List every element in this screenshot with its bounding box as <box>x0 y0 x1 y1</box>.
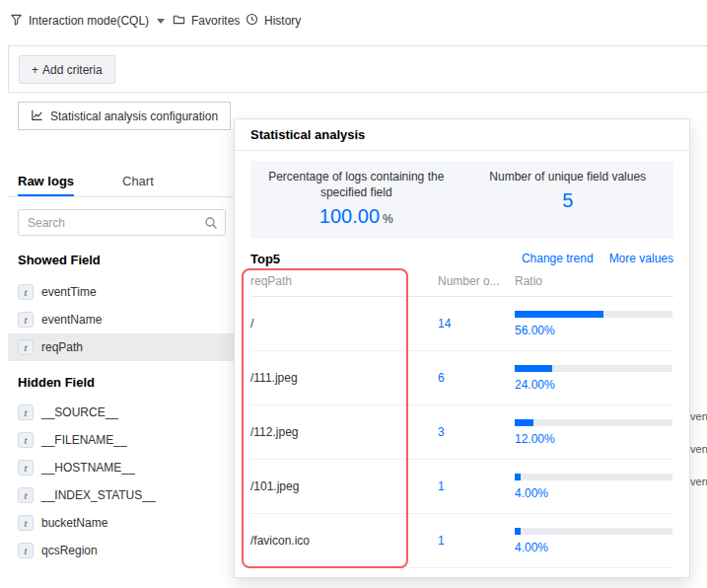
field-label: bucketName <box>41 516 107 530</box>
ratio-bar-track <box>515 528 672 535</box>
field-item-selected[interactable]: t reqPath <box>8 333 234 361</box>
row-count-link[interactable]: 1 <box>438 534 445 548</box>
ratio-bar-track <box>515 311 672 318</box>
stat-percentage-label: Percentage of logs containing the specif… <box>250 169 462 200</box>
ratio-bar-fill <box>515 419 533 426</box>
chevron-down-icon <box>157 19 165 24</box>
line-chart-icon <box>31 109 43 124</box>
table-row: /112.jpeg 3 12.00% <box>250 405 673 460</box>
field-label: eventTime <box>41 285 97 299</box>
ratio-bar-track <box>515 419 672 426</box>
field-label: reqPath <box>41 340 83 354</box>
add-criteria-button[interactable]: + Add criteria <box>19 55 115 84</box>
row-path: / <box>250 317 438 331</box>
change-trend-link[interactable]: Change trend <box>522 252 594 265</box>
stat-unique-value: 5 <box>562 189 573 211</box>
results-table: reqPath Number o... Ratio / 14 56.00% /1… <box>250 274 673 568</box>
tabs-divider <box>8 196 234 197</box>
field-item[interactable]: t bucketName <box>8 509 234 537</box>
criteria-panel: + Add criteria <box>8 45 707 93</box>
stats-summary: Percentage of logs containing the specif… <box>250 161 673 239</box>
row-count-link[interactable]: 14 <box>438 317 451 331</box>
field-item[interactable]: t qcsRegion <box>8 537 234 564</box>
text-type-icon: t <box>18 284 34 300</box>
ratio-label: 56.00% <box>515 324 673 337</box>
interaction-mode-dropdown[interactable]: Interaction mode(CQL) <box>10 13 165 29</box>
table-row: / 14 56.00% <box>250 297 673 351</box>
tab-chart[interactable]: Chart <box>122 174 154 188</box>
ratio-bar-fill <box>515 474 521 480</box>
table-header: reqPath Number o... Ratio <box>250 274 673 297</box>
stat-percentage: Percentage of logs containing the specif… <box>250 169 462 231</box>
popover-title: Statistical analysis <box>235 119 689 151</box>
ratio-bar-fill <box>515 311 603 318</box>
row-count-link[interactable]: 1 <box>438 479 445 493</box>
more-values-link[interactable]: More values <box>609 252 673 265</box>
field-label: qcsRegion <box>41 544 98 557</box>
filter-funnel-icon <box>10 13 23 29</box>
search-icon[interactable] <box>204 216 218 233</box>
interaction-mode-label: Interaction mode(CQL) <box>29 14 149 28</box>
history-label: History <box>264 14 301 28</box>
col-header-ratio: Ratio <box>515 274 673 288</box>
stat-unique-label: Number of unique field values <box>462 169 674 184</box>
field-item[interactable]: t __INDEX_STATUS__ <box>8 481 234 509</box>
favorites-label: Favorites <box>191 14 240 28</box>
stat-percentage-unit: % <box>383 212 393 226</box>
row-count-link[interactable]: 6 <box>438 371 445 385</box>
row-path: /112.jpeg <box>250 425 438 439</box>
stat-percentage-value: 100.00 <box>319 205 380 227</box>
field-item[interactable]: t __SOURCE__ <box>8 399 234 426</box>
table-row: /111.jpeg 6 24.00% <box>250 351 673 405</box>
table-row: /favicon.ico 1 4.00% <box>250 514 673 568</box>
field-item[interactable]: t __HOSTNAME__ <box>8 454 234 481</box>
stat-unique: Number of unique field values 5 <box>462 169 674 231</box>
search-input[interactable] <box>19 210 225 235</box>
history-clock-icon <box>246 13 258 29</box>
field-item[interactable]: t eventTime <box>8 278 234 306</box>
field-label: eventName <box>41 313 102 327</box>
statistical-analysis-popover: Statistical analysis Percentage of logs … <box>234 118 690 578</box>
ratio-bar-track <box>515 474 672 480</box>
ratio-label: 4.00% <box>515 486 673 500</box>
showed-field-header: Showed Field <box>18 253 101 267</box>
text-type-icon: t <box>18 312 34 328</box>
text-type-icon: t <box>18 460 34 476</box>
stat-config-label: Statistical analysis configuration <box>50 110 218 123</box>
ratio-label: 12.00% <box>515 432 673 446</box>
text-type-icon: t <box>18 404 34 420</box>
text-type-icon: t <box>18 339 34 355</box>
row-path: /111.jpeg <box>250 371 438 385</box>
favorites-button[interactable]: Favorites <box>173 13 240 29</box>
text-type-icon: t <box>18 432 34 448</box>
field-label: __INDEX_STATUS__ <box>41 488 156 502</box>
text-type-icon: t <box>18 515 34 531</box>
col-header-reqpath: reqPath <box>250 274 438 288</box>
ratio-label: 4.00% <box>515 541 673 554</box>
tab-raw-logs[interactable]: Raw logs <box>18 174 74 196</box>
top5-row: Top5 Change trendMore values <box>250 251 673 266</box>
field-label: __SOURCE__ <box>41 405 118 419</box>
field-label: __HOSTNAME__ <box>41 461 135 475</box>
col-header-count: Number o... <box>438 274 515 288</box>
ratio-bar-fill <box>515 365 552 372</box>
text-type-icon: t <box>18 543 34 558</box>
top5-title: Top5 <box>250 252 280 266</box>
field-item[interactable]: t eventName <box>8 306 234 333</box>
text-type-icon: t <box>18 487 34 503</box>
search-box <box>18 209 226 236</box>
ratio-bar-track <box>515 365 672 372</box>
hidden-field-header: Hidden Field <box>18 375 95 390</box>
plus-icon: + <box>32 63 38 77</box>
add-criteria-label: Add criteria <box>42 63 103 77</box>
ratio-label: 24.00% <box>515 378 673 392</box>
field-item[interactable]: t __FILENAME__ <box>8 426 234 454</box>
stat-config-button[interactable]: Statistical analysis configuration <box>18 102 231 130</box>
history-button[interactable]: History <box>246 13 301 29</box>
field-label: __FILENAME__ <box>41 433 127 447</box>
table-row: /101.jpeg 1 4.00% <box>250 460 673 514</box>
row-count-link[interactable]: 3 <box>438 425 445 439</box>
ratio-bar-fill <box>515 528 521 535</box>
favorites-icon <box>173 13 185 29</box>
row-path: /101.jpeg <box>250 479 438 493</box>
